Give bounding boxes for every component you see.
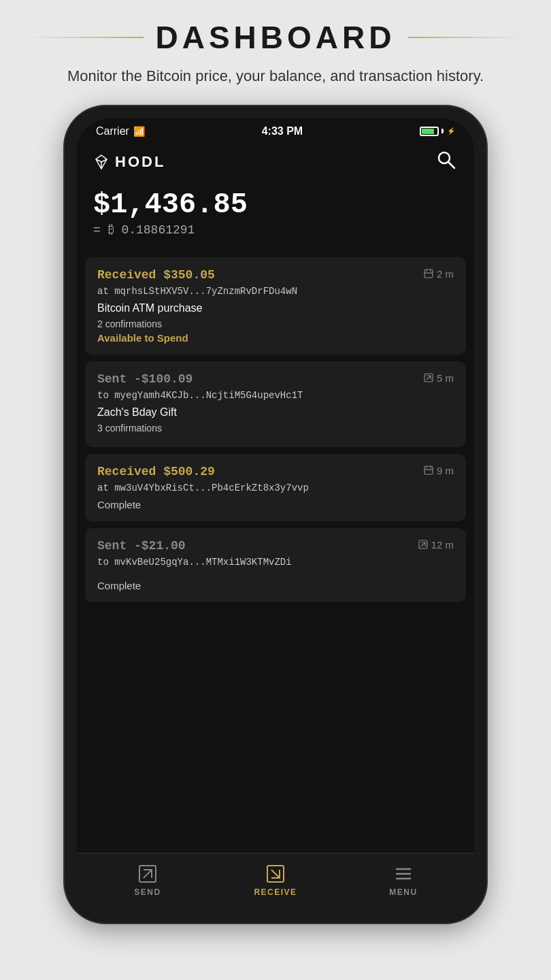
balance-usd: $1,436.85 <box>93 189 458 221</box>
svg-line-7 <box>427 376 431 380</box>
tx2-amount: Sent -$100.09 <box>97 372 193 386</box>
battery-tip <box>441 129 444 133</box>
svg-rect-8 <box>424 466 433 474</box>
page-header: DASHBOARD Monitor the Bitcoin price, you… <box>0 0 551 94</box>
tx3-time: 9 m <box>424 465 454 476</box>
tx3-status: Complete <box>97 499 454 510</box>
balance-btc: = ₿ 0.18861291 <box>93 223 458 237</box>
bottom-navigation: SEND RECEIVE MENU <box>77 853 474 911</box>
tx2-confirmations: 3 confirmations <box>97 423 454 434</box>
carrier-info: Carrier 📶 <box>96 125 145 137</box>
tx3-amount: Received $500.29 <box>97 465 215 478</box>
tx2-address: to myegYamh4KCJb...NcjtiM5G4upevHc1T <box>97 390 454 401</box>
tx1-label: Bitcoin ATM purchase <box>97 302 454 314</box>
tx4-time-icon <box>418 540 428 549</box>
menu-label: MENU <box>389 887 417 897</box>
tx4-time-value: 12 m <box>431 539 454 551</box>
nav-receive[interactable]: RECEIVE <box>248 863 303 897</box>
wifi-icon: 📶 <box>133 126 145 137</box>
tx4-amount: Sent -$21.00 <box>97 539 186 553</box>
tx4-address: to mvKvBeU25gqYa...MTMxi1W3KTMvZDi <box>97 557 454 568</box>
transaction-card-4[interactable]: Sent -$21.00 12 m to mvKvBeU25gqYa...MTM… <box>85 528 466 602</box>
balance-section: $1,436.85 = ₿ 0.18861291 <box>77 182 474 257</box>
tx3-time-icon <box>424 466 433 475</box>
send-icon <box>137 863 158 885</box>
page-subtitle: Monitor the Bitcoin price, your balance,… <box>13 65 538 87</box>
tx2-time-icon <box>424 373 433 382</box>
hodl-logo: HODL <box>93 153 165 171</box>
carrier-label: Carrier <box>96 125 129 137</box>
send-label: SEND <box>134 887 161 897</box>
transaction-card-2[interactable]: Sent -$100.09 5 m to myegYamh4KCJb...Ncj… <box>85 361 466 447</box>
transactions-list: Received $350.05 2 m at mqrhsLStHXV5V...… <box>77 257 474 853</box>
tx3-header: Received $500.29 9 m <box>97 465 454 478</box>
tx2-time: 5 m <box>424 372 454 384</box>
tx1-time-value: 2 m <box>437 268 454 280</box>
battery-indicator: ⚡ <box>420 127 455 136</box>
app-header: HODL <box>77 142 474 182</box>
search-button[interactable] <box>435 148 458 176</box>
transaction-card-1[interactable]: Received $350.05 2 m at mqrhsLStHXV5V...… <box>85 257 466 355</box>
header-line-left <box>27 37 144 38</box>
tx3-time-value: 9 m <box>437 465 454 476</box>
page-title: DASHBOARD <box>156 19 396 56</box>
header-title-row: DASHBOARD <box>0 19 551 56</box>
nav-menu[interactable]: MENU <box>376 863 431 897</box>
hodl-diamond-icon <box>93 154 110 170</box>
tx1-time: 2 m <box>424 268 454 280</box>
svg-line-3 <box>448 162 454 168</box>
tx4-header: Sent -$21.00 12 m <box>97 539 454 553</box>
svg-line-15 <box>271 870 280 878</box>
tx2-header: Sent -$100.09 5 m <box>97 372 454 386</box>
battery-body <box>420 127 439 136</box>
tx2-time-value: 5 m <box>437 372 454 384</box>
receive-icon <box>265 863 286 885</box>
receive-label: RECEIVE <box>254 887 297 897</box>
tx1-address: at mqrhsLStHXV5V...7yZnzmRvDrFDu4wN <box>97 286 454 297</box>
tx1-header: Received $350.05 2 m <box>97 268 454 282</box>
tx2-label: Zach's Bday Gift <box>97 406 454 419</box>
phone-device: Carrier 📶 4:33 PM ⚡ HODL <box>65 106 486 923</box>
tx4-status: Complete <box>97 580 454 591</box>
svg-line-13 <box>144 870 152 878</box>
status-bar: Carrier 📶 4:33 PM ⚡ <box>77 118 474 142</box>
tx1-amount: Received $350.05 <box>97 268 215 282</box>
battery-fill <box>422 129 434 134</box>
search-icon <box>435 148 458 172</box>
menu-icon <box>393 863 414 885</box>
tx1-status: Available to Spend <box>97 332 454 344</box>
tx3-address: at mw3uV4YbxRisCt...Pb4cErkZt8x3y7vvp <box>97 483 454 493</box>
phone-screen: Carrier 📶 4:33 PM ⚡ HODL <box>77 118 474 911</box>
svg-rect-4 <box>424 270 433 278</box>
battery-charging-icon: ⚡ <box>447 127 455 135</box>
status-time: 4:33 PM <box>262 125 303 137</box>
tx1-confirmations: 2 confirmations <box>97 318 454 329</box>
header-line-right <box>408 37 524 38</box>
transaction-card-3[interactable]: Received $500.29 9 m at mw3uV4YbxRisCt..… <box>85 454 466 521</box>
tx1-time-icon <box>424 269 433 278</box>
tx4-time: 12 m <box>418 539 454 551</box>
nav-send[interactable]: SEND <box>120 863 175 897</box>
svg-line-11 <box>421 542 425 546</box>
app-name-label: HODL <box>115 153 165 171</box>
